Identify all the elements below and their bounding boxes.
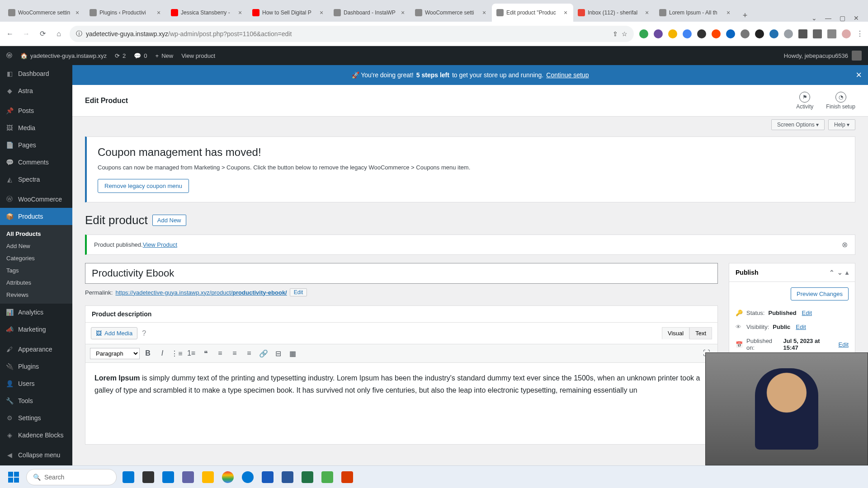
product-title-input[interactable] [85,263,718,284]
bookmark-icon[interactable] [827,29,836,38]
comments-count[interactable]: 💬0 [134,52,147,59]
bullet-list-button[interactable]: ⋮≡ [170,347,183,360]
browser-tab-active[interactable]: Edit product "Produc× [492,4,573,22]
wp-logo[interactable]: ⓦ [6,52,12,60]
bold-button[interactable]: B [142,347,154,360]
taskbar-app[interactable] [299,469,316,485]
submenu-attributes[interactable]: Attributes [0,277,72,289]
submenu-add-new[interactable]: Add New [0,240,72,252]
extension-icon[interactable] [697,29,706,38]
add-media-button[interactable]: 🖼Add Media [91,327,137,339]
edit-slug-button[interactable]: Edit [290,288,307,296]
sidebar-item-plugins[interactable]: 🔌Plugins [0,358,72,375]
updates[interactable]: ⟳2 [115,52,126,59]
help-icon[interactable]: ? [142,329,146,338]
sidebar-item-tools[interactable]: 🔧Tools [0,392,72,409]
sidebar-item-marketing[interactable]: 📣Marketing [0,321,72,338]
start-button[interactable] [5,468,23,486]
site-name[interactable]: 🏠yadetective-guya.instawp.xyz [20,52,107,59]
browser-tab[interactable]: WooCommerce setti× [410,4,492,22]
profile-avatar[interactable] [842,29,851,38]
extension-icon[interactable] [726,29,735,38]
address-bar[interactable]: ⓘ yadetective-guya.instawp.xyz/wp-admin/… [70,26,634,42]
sidebar-item-woocommerce[interactable]: ⓦWooCommerce [0,191,72,208]
extension-icon[interactable] [769,29,778,38]
taskbar-app[interactable] [240,469,256,485]
star-icon[interactable]: ☆ [622,30,627,38]
remove-legacy-coupon-button[interactable]: Remove legacy coupon menu [98,179,189,193]
extension-icon[interactable] [654,29,663,38]
sidebar-item-astra[interactable]: ◆Astra [0,82,72,99]
preview-changes-button[interactable]: Preview Changes [791,287,849,300]
sidebar-item-users[interactable]: 👤Users [0,375,72,392]
continue-setup-link[interactable]: Continue setup [546,71,589,79]
dismiss-icon[interactable]: ⊗ [842,240,848,249]
submenu-all-products[interactable]: All Products [0,228,72,240]
extension-icon[interactable] [668,29,677,38]
sidebar-item-analytics[interactable]: 📊Analytics [0,304,72,321]
add-new-button[interactable]: Add New [152,215,186,226]
edit-status-link[interactable]: Edit [802,310,812,316]
sidebar-item-posts[interactable]: 📌Posts [0,102,72,119]
minimize-icon[interactable]: — [825,14,831,22]
extension-icon[interactable] [784,29,793,38]
share-icon[interactable]: ⇪ [613,30,618,38]
sidebar-item-appearance[interactable]: 🖌Appearance [0,341,72,358]
edit-date-link[interactable]: Edit [839,341,849,348]
format-select[interactable]: Paragraph [90,348,140,359]
new-tab-button[interactable]: + [739,9,751,22]
align-left-button[interactable]: ≡ [214,347,226,360]
howdy-text[interactable]: Howdy, jebepacupu6536 [784,52,848,59]
extension-icon[interactable] [741,29,750,38]
close-icon[interactable]: × [237,9,243,16]
extension-icon[interactable] [755,29,764,38]
sidebar-item-spectra[interactable]: ◭Spectra [0,171,72,188]
forward-button[interactable]: → [21,28,32,39]
help-button[interactable]: Help ▾ [828,119,855,130]
browser-tab[interactable]: Inbox (112) - sherifal× [573,4,655,22]
link-button[interactable]: 🔗 [257,347,270,360]
back-button[interactable]: ← [5,28,15,39]
chevron-down-icon[interactable]: ⌄ [811,14,817,22]
new-content[interactable]: +New [156,52,174,59]
taskbar-app[interactable] [319,469,335,485]
taskbar-search[interactable]: 🔍Search [26,469,117,485]
close-icon[interactable]: × [156,9,162,16]
sidebar-item-kadence[interactable]: ◈Kadence Blocks [0,427,72,444]
browser-tab[interactable]: Plugins ‹ Productivi× [85,4,166,22]
extension-icon[interactable] [683,29,692,38]
sidebar-item-media[interactable]: 🖼Media [0,119,72,136]
browser-tab[interactable]: How to Sell Digital P× [248,4,329,22]
numbered-list-button[interactable]: 1≡ [185,347,198,360]
sidebar-item-comments[interactable]: 💬Comments [0,154,72,171]
italic-button[interactable]: I [156,347,169,360]
close-icon[interactable]: × [318,9,325,16]
browser-tab[interactable]: Lorem Ipsum - All th× [655,4,736,22]
align-right-button[interactable]: ≡ [243,347,255,360]
sidebar-item-pages[interactable]: 📄Pages [0,136,72,154]
reload-button[interactable]: ⟳ [37,28,48,39]
close-icon[interactable]: ✕ [854,14,859,22]
edit-visibility-link[interactable]: Edit [796,324,806,330]
activity-button[interactable]: ⚑ Activity [796,92,813,110]
submenu-tags[interactable]: Tags [0,264,72,277]
tab-text[interactable]: Text [689,327,712,339]
finish-setup-button[interactable]: ◔ Finish setup [826,92,855,110]
sidebar-item-dashboard[interactable]: ◧Dashboard [0,65,72,82]
menu-icon[interactable]: ⋮ [856,29,863,38]
taskbar-app[interactable] [279,469,296,485]
maximize-icon[interactable]: ▢ [840,14,845,22]
taskbar-app[interactable] [140,469,156,485]
toggle-icon[interactable]: ▴ [845,269,849,276]
taskbar-app[interactable] [120,469,137,485]
site-info-icon[interactable]: ⓘ [76,30,82,38]
sidebar-item-settings[interactable]: ⚙Settings [0,409,72,427]
screen-options-button[interactable]: Screen Options ▾ [771,119,825,130]
taskbar-app[interactable] [200,469,216,485]
home-button[interactable]: ⌂ [53,28,64,39]
browser-tab[interactable]: Dashboard - InstaWP× [329,4,410,22]
readmore-button[interactable]: ⊟ [272,347,284,360]
taskbar-app[interactable] [339,469,355,485]
toolbar-toggle-button[interactable]: ▦ [286,347,299,360]
taskbar-app[interactable] [180,469,196,485]
